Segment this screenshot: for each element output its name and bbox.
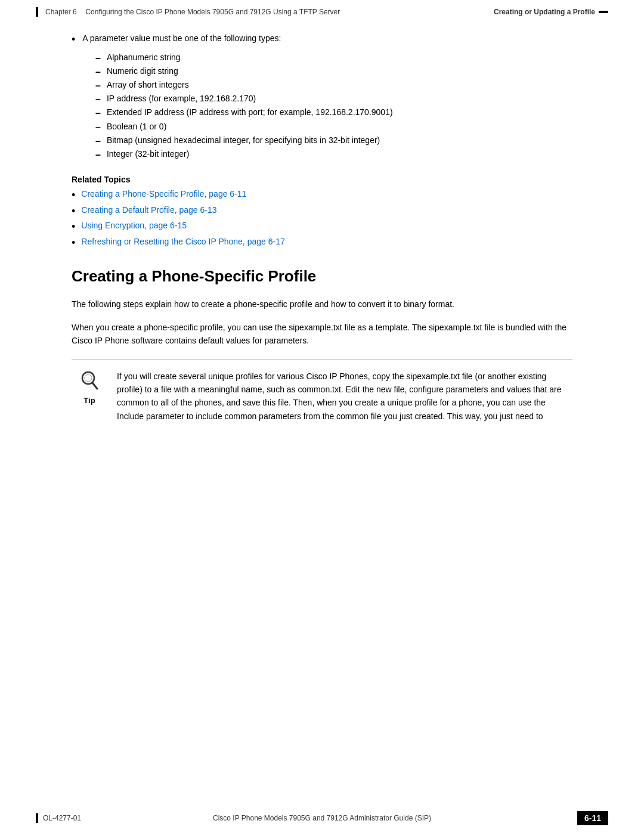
- sub-list: – Alphanumeric string – Numeric digit st…: [95, 52, 572, 161]
- related-topics: Related Topics • Creating a Phone-Specif…: [72, 175, 572, 249]
- footer-left: OL-4277-01: [36, 813, 179, 823]
- section-heading: Creating a Phone-Specific Profile: [72, 267, 572, 286]
- header-left: Chapter 6 Configuring the Cisco IP Phone…: [36, 7, 494, 17]
- sub-item-7: – Integer (32-bit integer): [95, 149, 572, 160]
- sub-item-6: – Bitmap (unsigned hexadecimal integer, …: [95, 135, 572, 147]
- related-link-text-2[interactable]: Using Encryption, page 6-15: [81, 221, 187, 230]
- tip-box: Tip If you will create several unique pr…: [72, 360, 572, 423]
- sub-item-text-7: Integer (32-bit integer): [107, 149, 190, 159]
- sub-item-4: – Extended IP address (IP address with p…: [95, 107, 572, 119]
- related-bullet-1: •: [72, 205, 75, 218]
- header-right-label: Creating or Updating a Profile: [494, 8, 595, 16]
- header-spacer: [79, 8, 83, 16]
- svg-point-2: [85, 374, 92, 382]
- header-left-bar: [36, 7, 38, 17]
- bullet-main: • A parameter value must be one of the f…: [72, 33, 572, 47]
- sub-item-0: – Alphanumeric string: [95, 52, 572, 64]
- tip-label: Tip: [83, 396, 95, 405]
- chapter-title: Configuring the Cisco IP Phone Models 79…: [85, 8, 340, 16]
- sub-item-1: – Numeric digit string: [95, 66, 572, 78]
- sub-item-3: – IP address (for example, 192.168.2.170…: [95, 94, 572, 105]
- sub-item-text-1: Numeric digit string: [107, 66, 178, 76]
- svg-line-1: [92, 383, 97, 389]
- bullet-dot: •: [72, 33, 75, 47]
- related-bullet-0: •: [72, 189, 75, 202]
- dash-2: –: [95, 80, 101, 91]
- footer-center: Cisco IP Phone Models 7905G and 7912G Ad…: [179, 814, 465, 822]
- dash-6: –: [95, 135, 101, 147]
- footer-bar: OL-4277-01 Cisco IP Phone Models 7905G a…: [0, 803, 644, 833]
- related-link-text-3[interactable]: Refreshing or Resetting the Cisco IP Pho…: [81, 237, 284, 246]
- footer-center-text: Cisco IP Phone Models 7905G and 7912G Ad…: [213, 814, 431, 822]
- sub-item-text-0: Alphanumeric string: [107, 52, 181, 62]
- related-topics-title: Related Topics: [72, 175, 572, 184]
- page-container: Chapter 6 Configuring the Cisco IP Phone…: [0, 0, 644, 833]
- dash-0: –: [95, 52, 101, 64]
- header-right: Creating or Updating a Profile: [494, 8, 608, 16]
- related-link-2[interactable]: • Using Encryption, page 6-15: [72, 221, 572, 234]
- header-bar: Chapter 6 Configuring the Cisco IP Phone…: [0, 0, 644, 21]
- tip-icon: [78, 370, 101, 394]
- body-para-2: When you create a phone-specific profile…: [72, 321, 572, 348]
- sub-item-2: – Array of short integers: [95, 80, 572, 91]
- related-link-text-1[interactable]: Creating a Default Profile, page 6-13: [81, 205, 216, 215]
- sub-item-5: – Boolean (1 or 0): [95, 122, 572, 133]
- related-link-3[interactable]: • Refreshing or Resetting the Cisco IP P…: [72, 237, 572, 250]
- footer-left-bar: [36, 813, 38, 823]
- related-link-1[interactable]: • Creating a Default Profile, page 6-13: [72, 205, 572, 218]
- tip-icon-area: Tip: [72, 370, 107, 405]
- content-area: • A parameter value must be one of the f…: [0, 21, 644, 435]
- sub-item-text-5: Boolean (1 or 0): [107, 122, 166, 131]
- tip-content: If you will create several unique profil…: [117, 370, 572, 423]
- sub-item-text-3: IP address (for example, 192.168.2.170): [107, 94, 256, 103]
- sub-item-text-6: Bitmap (unsigned hexadecimal integer, fo…: [107, 135, 380, 145]
- body-para-1: The following steps explain how to creat…: [72, 298, 572, 311]
- related-link-text-0[interactable]: Creating a Phone-Specific Profile, page …: [81, 189, 246, 199]
- dash-4: –: [95, 107, 101, 119]
- related-bullet-2: •: [72, 221, 75, 234]
- header-right-bar: [599, 11, 608, 13]
- dash-7: –: [95, 149, 101, 160]
- bullet-intro-text: A parameter value must be one of the fol…: [82, 33, 281, 43]
- chapter-label: Chapter 6: [45, 8, 77, 16]
- page-number-box: 6-11: [577, 811, 608, 825]
- bullet-section: • A parameter value must be one of the f…: [72, 33, 572, 160]
- sub-item-text-2: Array of short integers: [107, 80, 189, 89]
- related-link-0[interactable]: • Creating a Phone-Specific Profile, pag…: [72, 189, 572, 202]
- dash-5: –: [95, 122, 101, 133]
- sub-item-text-4: Extended IP address (IP address with por…: [107, 107, 393, 117]
- tip-svg-icon: [80, 370, 99, 393]
- dash-3: –: [95, 94, 101, 105]
- dash-1: –: [95, 66, 101, 78]
- footer-right: 6-11: [465, 811, 608, 825]
- footer-doc-number: OL-4277-01: [43, 814, 81, 822]
- related-bullet-3: •: [72, 237, 75, 250]
